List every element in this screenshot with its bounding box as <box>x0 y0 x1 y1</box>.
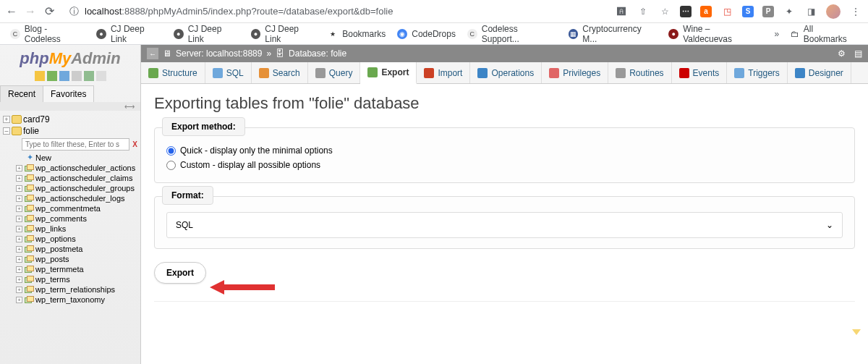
radio-quick-input[interactable] <box>166 146 176 156</box>
bookmark-item[interactable]: CCodeless Support... <box>463 21 561 47</box>
expand-icon[interactable]: + <box>16 246 22 253</box>
page-settings-icon[interactable]: ⚙ <box>838 48 846 59</box>
url-bar[interactable]: ⓘ localhost:8888/phpMyAdmin5/index.php?r… <box>62 3 608 20</box>
expand-icon[interactable]: + <box>16 195 22 202</box>
table-row[interactable]: +wp_postmeta <box>0 244 140 254</box>
table-row[interactable]: +wp_termmeta <box>0 264 140 274</box>
page-help-icon[interactable]: ▤ <box>854 48 862 59</box>
settings-icon[interactable] <box>72 71 82 81</box>
gear-icon[interactable] <box>96 71 106 81</box>
expand-icon[interactable]: + <box>16 165 22 172</box>
bookmark-item[interactable]: ●CJ Deep Link <box>92 21 166 47</box>
radio-custom-input[interactable] <box>166 161 176 170</box>
bookmark-label: Blog - Codeless <box>25 24 85 44</box>
bookmarks-overflow-icon[interactable]: » <box>770 27 783 41</box>
clear-filter-icon[interactable]: X <box>132 140 137 148</box>
expand-icon[interactable]: + <box>16 276 22 283</box>
radio-quick[interactable]: Quick - display only the minimal options <box>166 143 843 158</box>
expand-icon[interactable]: + <box>16 297 22 303</box>
tab-events[interactable]: Events <box>672 62 728 83</box>
bookmark-item[interactable]: ◉CodeDrops <box>393 26 460 42</box>
table-row[interactable]: +wp_commentmeta <box>0 203 140 213</box>
export-button[interactable]: Export <box>154 262 206 284</box>
star-icon[interactable]: ☆ <box>658 5 671 18</box>
format-select[interactable]: SQL ⌄ <box>166 212 843 238</box>
table-label: wp_comments <box>35 214 87 223</box>
expand-icon[interactable]: + <box>16 236 22 242</box>
expand-icon[interactable]: + <box>16 216 22 222</box>
forward-button[interactable]: → <box>25 6 36 17</box>
table-row[interactable]: +wp_actionscheduler_claims <box>0 173 140 183</box>
warning-icon[interactable] <box>852 329 861 335</box>
table-row[interactable]: +wp_links <box>0 224 140 234</box>
tab-designer[interactable]: Designer <box>788 62 851 83</box>
radio-custom[interactable]: Custom - display all possible options <box>166 158 843 172</box>
expand-icon[interactable]: + <box>16 266 22 273</box>
table-row[interactable]: +wp_term_taxonomy <box>0 295 140 305</box>
bookmark-item[interactable]: ▦Cryptocurrency M... <box>564 21 662 47</box>
share-icon[interactable]: ⇧ <box>637 5 650 18</box>
tab-privileges[interactable]: Privileges <box>542 62 608 83</box>
docs-icon[interactable] <box>59 71 69 81</box>
tab-favorites[interactable]: Favorites <box>43 85 94 102</box>
back-button[interactable]: ← <box>6 6 17 17</box>
table-row[interactable]: +wp_actionscheduler_logs <box>0 193 140 203</box>
tab-routines[interactable]: Routines <box>608 62 671 83</box>
ext-icon-1[interactable]: ⋯ <box>680 6 692 17</box>
table-row[interactable]: +wp_actionscheduler_groups <box>0 183 140 193</box>
tab-operations[interactable]: Operations <box>470 62 542 83</box>
expand-icon[interactable]: + <box>16 185 22 192</box>
collapse-icon[interactable]: – <box>3 127 10 135</box>
site-info-icon[interactable]: ⓘ <box>69 5 79 18</box>
table-row[interactable]: +wp_actionscheduler_actions <box>0 163 140 173</box>
bookmark-item[interactable]: CBlog - Codeless <box>6 21 89 47</box>
bookmark-item[interactable]: ●CJ Deep Link <box>247 21 321 47</box>
tab-import[interactable]: Import <box>417 62 470 83</box>
expand-icon[interactable]: + <box>16 175 22 182</box>
logout-icon[interactable] <box>47 71 57 81</box>
table-row[interactable]: +wp_terms <box>0 274 140 284</box>
table-icon <box>25 205 33 212</box>
profile-avatar[interactable] <box>826 4 841 19</box>
breadcrumb-back-icon[interactable]: ← <box>147 48 158 59</box>
bookmark-item[interactable]: ●Wine – Valdecuevas <box>664 21 765 47</box>
expand-icon[interactable]: + <box>16 256 22 263</box>
home-icon[interactable] <box>35 71 45 81</box>
new-table-link[interactable]: ✦ New <box>0 152 140 163</box>
tab-search[interactable]: Search <box>252 62 308 83</box>
ext-icon-2[interactable]: a <box>700 6 712 17</box>
menu-icon[interactable]: ⋮ <box>849 5 862 18</box>
db-node-card79[interactable]: + card79 <box>0 114 140 125</box>
table-row[interactable]: +wp_posts <box>0 254 140 264</box>
expand-icon[interactable]: + <box>16 206 22 212</box>
ext-icon-5[interactable]: P <box>762 6 774 17</box>
sidebar-collapse-handle[interactable]: ⟷ <box>0 102 140 111</box>
table-row[interactable]: +wp_options <box>0 234 140 244</box>
ext-icon-4[interactable]: S <box>742 6 754 17</box>
bookmark-item[interactable]: ●CJ Deep Link <box>169 21 244 47</box>
breadcrumb-database[interactable]: Database: folie <box>289 48 346 59</box>
tab-recent[interactable]: Recent <box>0 85 43 102</box>
table-row[interactable]: +wp_term_relationships <box>0 284 140 295</box>
tab-triggers[interactable]: Triggers <box>727 62 788 83</box>
expand-icon[interactable]: + <box>16 226 22 232</box>
expand-icon[interactable]: + <box>3 116 10 123</box>
reload-button[interactable]: ⟳ <box>43 6 55 17</box>
breadcrumb-server[interactable]: Server: localhost:8889 <box>176 48 262 59</box>
phpmyadmin-logo[interactable]: phpMyAdmin <box>0 45 140 69</box>
table-row[interactable]: +wp_comments <box>0 213 140 224</box>
tab-query[interactable]: Query <box>308 62 361 83</box>
tab-export[interactable]: Export <box>360 62 417 84</box>
tab-structure[interactable]: Structure <box>141 62 205 83</box>
translate-icon[interactable]: 🅰 <box>615 5 628 18</box>
expand-icon[interactable]: + <box>16 287 22 293</box>
table-filter-input[interactable] <box>22 138 129 151</box>
ext-icon-3[interactable]: ◳ <box>720 5 733 18</box>
extensions-icon[interactable]: ✦ <box>783 5 796 18</box>
all-bookmarks-button[interactable]: 🗀All Bookmarks <box>786 21 862 47</box>
tab-sql[interactable]: SQL <box>205 62 252 83</box>
db-node-folie[interactable]: – folie <box>0 125 140 137</box>
reload-icon[interactable] <box>84 71 94 81</box>
sidepanel-icon[interactable]: ◨ <box>804 5 817 18</box>
bookmark-item[interactable]: ★Bookmarks <box>323 26 390 42</box>
